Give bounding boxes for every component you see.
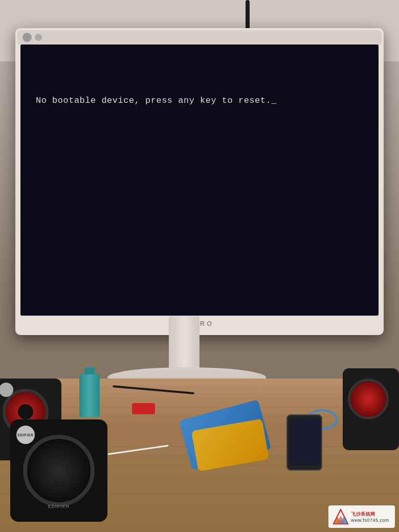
subwoofer-brand-badge: EDIFIER — [16, 426, 35, 444]
monitor: No bootable device, press any key to res… — [15, 28, 384, 335]
monitor-logo-icon — [23, 33, 32, 42]
subwoofer: EDIFIER EDIFIER — [10, 419, 113, 527]
teal-bottle — [79, 373, 100, 417]
comb-brush-area — [184, 409, 276, 476]
monitor-top-bezel — [17, 30, 382, 45]
monitor-indicator-dot — [35, 34, 42, 41]
watermark-url: www.fs0745.com — [351, 518, 389, 523]
boot-error-message: No bootable device, press any key to res… — [36, 96, 277, 105]
subwoofer-cone — [23, 435, 95, 506]
phone-screen — [290, 419, 321, 465]
watermark: 飞沙系统网 www.fs0745.com — [328, 505, 395, 528]
speaker-right — [343, 368, 399, 460]
speaker-right-cone — [348, 379, 389, 419]
subwoofer-label: EDIFIER — [48, 504, 70, 509]
subwoofer-body: EDIFIER EDIFIER — [10, 419, 107, 522]
monitor-screen: No bootable device, press any key to res… — [20, 45, 379, 316]
speaker-right-body — [343, 368, 399, 450]
monitor-stand-neck — [169, 316, 199, 372]
watermark-site-name: 飞沙系统网 — [351, 511, 389, 518]
watermark-logo-icon — [332, 508, 349, 525]
monitor-bottom-bezel: MORO — [15, 315, 384, 332]
phone-device — [286, 414, 322, 471]
watermark-text: 飞沙系统网 www.fs0745.com — [351, 511, 389, 523]
red-object — [132, 403, 155, 414]
